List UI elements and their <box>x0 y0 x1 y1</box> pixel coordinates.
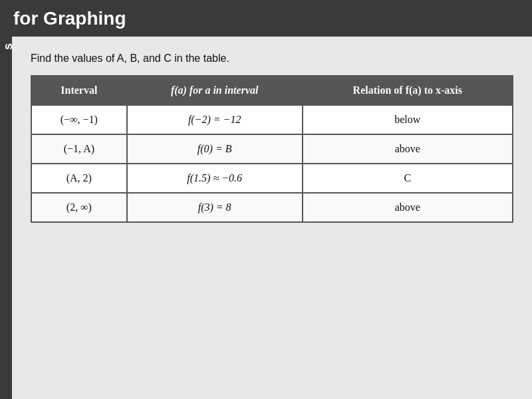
header-fa-label: f(a) for a in interval <box>171 84 259 96</box>
header-relation-label: Relation of f(a) to x-axis <box>353 84 462 96</box>
table-row: (2, ∞)f(3) = 8above <box>31 193 513 222</box>
table-row: (A, 2)f(1.5) ≈ −0.6C <box>31 164 513 193</box>
main-content: Find the values of A, B, and C in the ta… <box>12 37 532 399</box>
cell-interval: (−1, A) <box>31 134 127 164</box>
cell-relation: C <box>303 164 513 193</box>
cell-relation: below <box>303 105 513 134</box>
table-row: (−1, A)f(0) = Babove <box>31 134 513 164</box>
table-header-row: Interval f(a) for a in interval Relation… <box>31 76 513 105</box>
header-relation: Relation of f(a) to x-axis <box>303 76 513 105</box>
cell-interval: (−∞, −1) <box>31 105 127 134</box>
top-bar-title: for Graphing <box>13 8 126 29</box>
cell-interval: (A, 2) <box>31 164 127 193</box>
top-bar: for Graphing <box>0 0 532 37</box>
cell-relation: above <box>303 193 513 222</box>
cell-relation: above <box>303 134 513 164</box>
instruction-text: Find the values of A, B, and C in the ta… <box>31 53 513 65</box>
cell-fa: f(0) = B <box>127 134 303 164</box>
header-interval-label: Interval <box>61 84 97 96</box>
header-interval: Interval <box>31 76 127 105</box>
sidebar: s <box>0 37 12 399</box>
cell-fa: f(1.5) ≈ −0.6 <box>127 164 303 193</box>
cell-fa: f(−2) = −12 <box>127 105 303 134</box>
cell-fa: f(3) = 8 <box>127 193 303 222</box>
values-table: Interval f(a) for a in interval Relation… <box>31 75 513 223</box>
table-row: (−∞, −1)f(−2) = −12below <box>31 105 513 134</box>
header-fa: f(a) for a in interval <box>127 76 303 105</box>
cell-interval: (2, ∞) <box>31 193 127 222</box>
